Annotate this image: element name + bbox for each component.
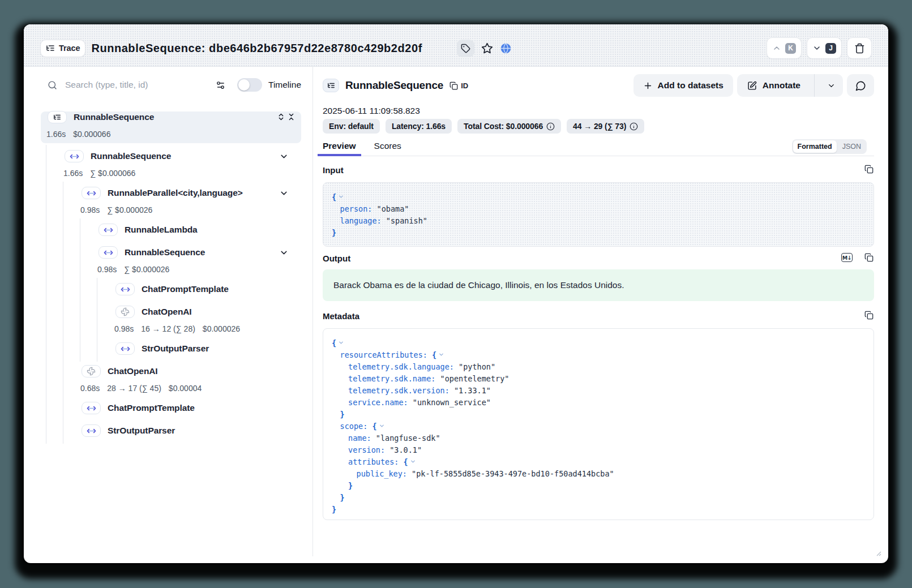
trace-type-badge: Trace	[40, 40, 85, 57]
collapse-node-icon[interactable]	[279, 188, 289, 198]
tree-node-chatopenai[interactable]: ChatOpenAI0.68s28 → 17 (∑ 45)$0.00004	[41, 363, 301, 395]
annotate-button[interactable]: Annotate	[737, 74, 809, 97]
annotate-label: Annotate	[763, 80, 800, 91]
tree-node-label: ChatPromptTemplate	[142, 284, 229, 294]
metric-value: $0.000026	[203, 324, 240, 333]
copy-icon	[449, 81, 458, 90]
collapse-json-icon[interactable]	[438, 351, 444, 358]
info-icon[interactable]	[546, 122, 555, 131]
json-line: language: "spanish"	[332, 214, 865, 226]
collapse-node-icon[interactable]	[279, 248, 289, 257]
annotate-dropdown-button[interactable]	[820, 74, 843, 97]
output-block: Barack Obama es de la ciudad de Chicago,…	[323, 269, 874, 301]
search-input[interactable]: Search (type, title, id)	[65, 80, 216, 90]
json-line: {	[332, 191, 865, 203]
add-to-datasets-label: Add to datasets	[658, 80, 723, 91]
span-type-icon	[65, 150, 84, 162]
tab-scores[interactable]: Scores	[369, 139, 406, 156]
input-json-block: {person: "obama"language: "spanish"}	[323, 182, 874, 247]
tree-indent-guide	[63, 182, 63, 444]
star-button[interactable]	[481, 42, 493, 54]
json-line: }	[332, 408, 865, 420]
metric-badge-1: Latency: 1.66s	[386, 119, 452, 134]
trace-window: Trace RunnableSequence: dbe646b2b67957d2…	[24, 24, 888, 563]
format-formatted[interactable]: Formatted	[793, 140, 837, 153]
star-icon	[481, 42, 493, 54]
copy-icon[interactable]	[864, 253, 874, 262]
json-line: attributes: {	[332, 456, 865, 467]
tree-node-chatprompttemplate[interactable]: ChatPromptTemplate	[41, 400, 301, 417]
format-json[interactable]: JSON	[838, 140, 866, 153]
edit-icon	[747, 81, 757, 91]
metric-value: ∑ $0.000026	[124, 265, 169, 274]
collapse-all-icon[interactable]	[287, 113, 296, 121]
json-line: telemetry.sdk.version: "1.33.1"	[332, 384, 865, 396]
tree-node-label: ChatOpenAI	[108, 366, 158, 376]
tree-node-label: ChatOpenAI	[142, 307, 192, 317]
tree-node-runnablesequence[interactable]: RunnableSequence1.66s$0.000066	[41, 111, 301, 143]
add-to-datasets-button[interactable]: Add to datasets	[633, 74, 733, 97]
filter-icon[interactable]	[216, 80, 225, 90]
span-type-icon	[115, 342, 135, 355]
metric-value: ∑ $0.000026	[107, 205, 152, 214]
collapse-json-icon[interactable]	[338, 340, 344, 346]
copy-icon[interactable]	[864, 165, 874, 174]
comments-button[interactable]	[847, 74, 874, 97]
json-line: {	[332, 337, 865, 349]
json-line: scope: {	[332, 420, 865, 432]
tree-node-runnableparallel-city-language-[interactable]: RunnableParallel<city,language>0.98s∑ $0…	[41, 184, 301, 217]
expand-all-icon[interactable]	[277, 113, 285, 121]
tag-icon	[461, 44, 470, 53]
tree-node-label: ChatPromptTemplate	[108, 403, 195, 413]
timeline-toggle[interactable]	[237, 78, 262, 92]
tree-node-label: StrOutputParser	[142, 344, 209, 354]
timeline-label: Timeline	[268, 80, 301, 90]
tree-node-stroutputparser[interactable]: StrOutputParser	[41, 422, 301, 439]
copy-icon[interactable]	[864, 311, 874, 320]
list-tree-icon	[327, 81, 335, 89]
collapse-json-icon[interactable]	[410, 458, 416, 465]
info-icon[interactable]	[630, 122, 638, 131]
tree-node-metrics: 0.98s∑ $0.000026	[97, 263, 301, 276]
metric-badge-0: Env: default	[323, 119, 380, 134]
tree-node-label: RunnableParallel<city,language>	[108, 188, 243, 198]
prev-trace-button[interactable]: K	[767, 37, 802, 59]
public-link-button[interactable]	[500, 42, 512, 54]
markdown-icon[interactable]: M↓	[841, 253, 853, 262]
json-line: name: "langfuse-sdk"	[332, 432, 865, 444]
tree-node-label: RunnableSequence	[125, 247, 205, 257]
metric-value: $0.000066	[73, 130, 110, 139]
resize-grip[interactable]	[876, 551, 881, 556]
toggle-knob	[238, 79, 250, 91]
titlebar: Trace RunnableSequence: dbe646b2b67957d2…	[24, 24, 888, 67]
tree-node-metrics: 0.68s28 → 17 (∑ 45)$0.00004	[80, 381, 301, 395]
chevron-down-icon	[827, 81, 836, 90]
output-section-label: Output M↓	[323, 252, 874, 264]
tree-indent-guide	[97, 278, 97, 362]
trace-tree: RunnableSequence1.66s$0.000066RunnableSe…	[41, 111, 301, 439]
observation-timestamp: 2025-06-11 11:09:58.823	[323, 105, 874, 117]
tree-node-metrics: 0.98s16 → 12 (∑ 28)$0.000026	[114, 322, 301, 336]
copy-id-button[interactable]: ID	[449, 81, 468, 90]
tab-preview[interactable]: Preview	[318, 139, 361, 156]
list-tree-icon	[46, 44, 55, 53]
delete-trace-button[interactable]	[847, 37, 872, 59]
collapse-node-icon[interactable]	[279, 152, 289, 161]
metric-value: ∑ $0.000066	[90, 169, 135, 178]
collapse-json-icon[interactable]	[379, 423, 385, 429]
chevron-down-icon	[812, 44, 821, 53]
observation-detail-panel: RunnableSequence ID Add to datasets Anno…	[313, 67, 888, 563]
detail-tabs: Preview Scores Formatted JSON	[323, 139, 874, 156]
tree-node-runnablesequence[interactable]: RunnableSequence1.66s∑ $0.000066	[41, 148, 301, 180]
plus-icon	[643, 81, 653, 91]
tag-button[interactable]	[457, 40, 474, 57]
span-type-icon	[82, 187, 101, 199]
tree-node-label: RunnableSequence	[74, 112, 154, 122]
metric-value: 0.68s	[80, 384, 100, 393]
trace-title: RunnableSequence: dbe646b2b67957d22e8780…	[91, 42, 449, 55]
next-trace-button[interactable]: J	[807, 37, 842, 59]
metric-value: 1.66s	[63, 169, 83, 178]
button-divider	[814, 74, 815, 97]
tree-node-label: RunnableLambda	[125, 225, 198, 235]
collapse-json-icon[interactable]	[338, 194, 344, 200]
